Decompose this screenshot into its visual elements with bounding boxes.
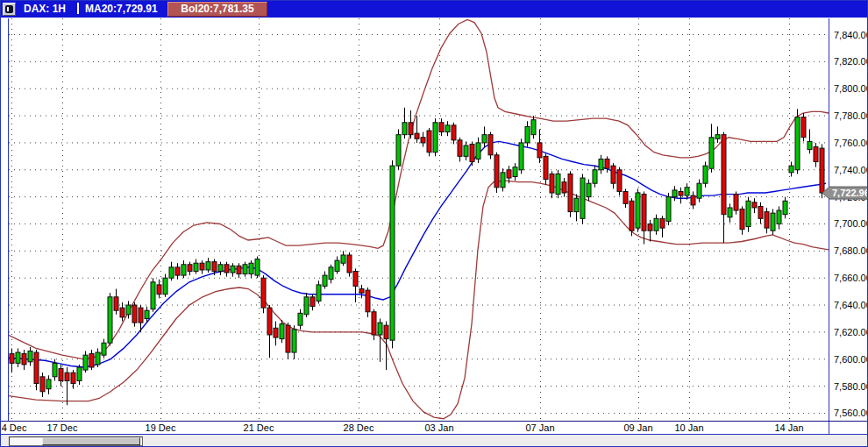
candle-down bbox=[34, 352, 39, 383]
candle-up bbox=[593, 170, 597, 183]
y-axis-label: 7,660.00 bbox=[834, 273, 868, 283]
candle-down bbox=[175, 267, 180, 275]
candle-up bbox=[709, 138, 714, 168]
candlestick-mini-icon bbox=[5, 5, 13, 13]
candle-up bbox=[16, 352, 20, 363]
candle-down bbox=[820, 148, 824, 193]
y-axis-label: 7,740.00 bbox=[834, 165, 868, 175]
candle-down bbox=[660, 218, 665, 228]
candle-up bbox=[501, 173, 505, 188]
candle-up bbox=[255, 259, 260, 276]
candle-down bbox=[261, 278, 266, 308]
candle-up bbox=[317, 285, 321, 302]
candle-up bbox=[580, 178, 585, 218]
price-chart: 7,840.007,820.007,800.007,780.007,760.00… bbox=[1, 18, 868, 435]
candle-down bbox=[734, 195, 738, 211]
candle-up bbox=[181, 265, 186, 275]
candle-up bbox=[341, 255, 345, 263]
h-scrollbar-track[interactable] bbox=[9, 436, 143, 446]
candle-down bbox=[384, 325, 388, 338]
candle-up bbox=[102, 343, 106, 355]
x-axis-label: 10 Jan bbox=[674, 422, 703, 433]
candle-down bbox=[452, 125, 456, 140]
candle-down bbox=[120, 308, 125, 317]
candle-up bbox=[476, 143, 480, 160]
candle-up bbox=[636, 193, 640, 228]
current-price-tag-label: 7,722.96 bbox=[832, 188, 868, 198]
candle-down bbox=[439, 123, 444, 132]
candle-down bbox=[359, 289, 364, 294]
bottom-scroll-strip bbox=[1, 435, 868, 447]
candle-down bbox=[10, 354, 14, 364]
candle-up bbox=[445, 125, 450, 132]
x-axis-label: 14 Dec bbox=[1, 422, 27, 433]
candle-down bbox=[132, 305, 137, 323]
candle-up bbox=[513, 167, 517, 177]
x-axis-label: 17 Dec bbox=[47, 422, 78, 433]
candle-up bbox=[280, 324, 284, 339]
candle-up bbox=[482, 135, 487, 143]
candle-down bbox=[40, 377, 45, 392]
candle-up bbox=[795, 117, 800, 170]
candle-up bbox=[323, 275, 327, 286]
candle-down bbox=[562, 182, 566, 193]
candle-up bbox=[396, 135, 401, 166]
candle-down bbox=[758, 206, 763, 218]
candle-down bbox=[801, 117, 806, 138]
candle-up bbox=[329, 267, 333, 280]
candle-up bbox=[599, 159, 603, 169]
y-axis-label: 7,700.00 bbox=[834, 218, 868, 229]
plot-area[interactable] bbox=[9, 18, 829, 420]
candle-up bbox=[163, 278, 167, 294]
candle-down bbox=[630, 201, 634, 231]
candle-up bbox=[390, 166, 395, 340]
candle-down bbox=[1, 359, 2, 380]
candle-up bbox=[304, 297, 309, 315]
candle-down bbox=[65, 372, 69, 380]
bollinger-value-badge[interactable]: Bol20:7,781.35 bbox=[167, 2, 267, 17]
candle-up bbox=[218, 265, 223, 272]
candle-up bbox=[654, 218, 658, 231]
candle-up bbox=[519, 143, 523, 170]
candle-up bbox=[587, 183, 591, 196]
candle-up bbox=[151, 282, 155, 309]
x-axis-label: 28 Dec bbox=[344, 422, 374, 433]
candle-down bbox=[114, 297, 118, 310]
candle-down bbox=[139, 308, 143, 323]
y-axis-label: 7,580.00 bbox=[834, 381, 868, 392]
candle-up bbox=[789, 166, 793, 173]
candle-up bbox=[108, 297, 112, 343]
candle-down bbox=[4, 365, 8, 385]
candle-up bbox=[556, 174, 560, 194]
candle-down bbox=[740, 209, 744, 230]
candle-up bbox=[243, 265, 247, 274]
candle-up bbox=[464, 145, 468, 156]
chart-window-icon[interactable] bbox=[3, 3, 16, 16]
candle-down bbox=[89, 354, 94, 367]
y-axis-label: 7,600.00 bbox=[834, 354, 868, 365]
candle-up bbox=[666, 197, 671, 222]
x-axis-label: 09 Jan bbox=[623, 422, 652, 433]
y-axis-label: 7,840.00 bbox=[834, 30, 868, 40]
candle-up bbox=[697, 183, 701, 198]
candle-up bbox=[194, 263, 198, 271]
candle-up bbox=[672, 190, 677, 197]
candle-up bbox=[145, 310, 149, 318]
candle-down bbox=[507, 170, 511, 178]
candle-up bbox=[746, 201, 751, 226]
y-axis-label: 7,620.00 bbox=[834, 327, 868, 337]
candle-down bbox=[212, 262, 217, 272]
h-scrollbar-thumb[interactable] bbox=[42, 437, 140, 445]
y-axis-label: 7,560.00 bbox=[834, 408, 868, 418]
candle-up bbox=[531, 120, 536, 135]
candle-down bbox=[409, 123, 413, 135]
candle-down bbox=[427, 131, 431, 153]
candle-up bbox=[169, 267, 174, 278]
candle-down bbox=[366, 290, 370, 312]
ma20-value-label: MA20:7,729.91 bbox=[85, 3, 158, 15]
candle-up bbox=[77, 367, 82, 380]
candle-up bbox=[703, 166, 708, 183]
y-axis-label: 7,780.00 bbox=[834, 110, 868, 121]
candle-down bbox=[415, 133, 419, 138]
candle-up bbox=[126, 305, 131, 315]
